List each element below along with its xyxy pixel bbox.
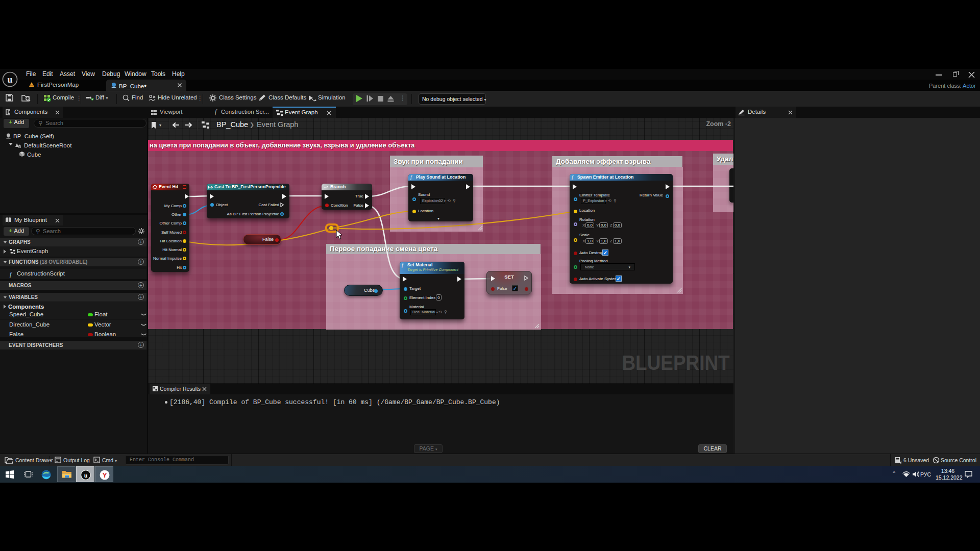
svg-text:Y: Y xyxy=(103,471,107,479)
svg-text:u: u xyxy=(7,74,12,85)
svg-text:u: u xyxy=(84,472,88,479)
